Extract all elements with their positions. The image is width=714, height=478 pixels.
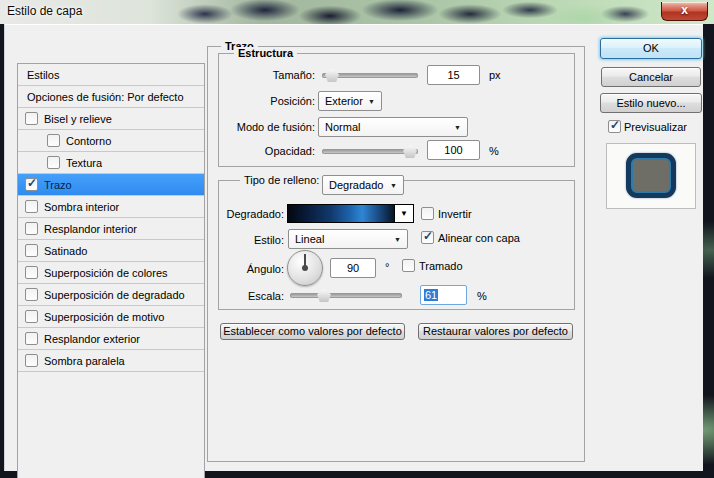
opacity-input[interactable]: 100 [427,140,480,160]
style-preview-box [606,143,696,209]
sidebar-item-resplandor-exterior[interactable]: Resplandor exterior [18,328,204,350]
checkbox[interactable] [25,112,38,125]
checkbox[interactable] [47,134,60,147]
cancel-button[interactable]: Cancelar [601,67,701,87]
chevron-down-icon: ▼ [368,98,381,105]
title-bar[interactable]: Estilo de capa [0,0,714,24]
sidebar-item-sombra-paralela[interactable]: Sombra paralela [18,350,204,372]
sidebar-item-satinado[interactable]: Satinado [18,240,204,262]
align-with-layer-label: Alinear con capa [438,232,520,244]
dither-checkbox[interactable] [402,259,415,272]
checkbox[interactable] [25,244,38,257]
sidebar-item-opciones-de-fusion[interactable]: Opciones de fusión: Por defecto [18,86,204,108]
sidebar-item-bisel-y-relieve[interactable]: Bisel y relieve [18,108,204,130]
preview-checkbox[interactable] [608,120,621,133]
checkbox-checked[interactable] [25,178,38,191]
sidebar-item-sombra-interior[interactable]: Sombra interior [18,196,204,218]
sidebar-item-textura[interactable]: Textura [18,152,204,174]
checkbox[interactable] [25,310,38,323]
close-button[interactable]: x [661,2,708,21]
checkbox[interactable] [25,222,38,235]
align-with-layer-checkbox[interactable] [421,231,434,244]
sidebar-item-superposicion-de-motivo[interactable]: Superposición de motivo [18,306,204,328]
checkbox[interactable] [25,354,38,367]
scale-input[interactable]: 61 [420,285,467,305]
scale-slider[interactable] [290,288,402,302]
sidebar-item-superposicion-de-colores[interactable]: Superposición de colores [18,262,204,284]
angle-label: Ángulo: [218,263,284,275]
size-label: Tamaño: [218,69,315,81]
gradient-style-select[interactable]: Lineal ▼ [288,229,408,249]
checkbox[interactable] [25,200,38,213]
size-slider[interactable] [322,68,418,82]
opacity-unit: % [489,145,499,157]
style-preview-thumbnail [626,153,676,198]
blend-mode-select[interactable]: Normal ▼ [318,117,468,137]
angle-dial[interactable] [287,250,323,286]
fill-type-select[interactable]: Degradado ▼ [322,175,404,195]
estructura-group-title: Estructura [234,47,297,59]
new-style-button[interactable]: Estilo nuevo... [600,93,702,113]
position-label: Posición: [218,95,315,107]
style-label: Estilo: [218,234,284,246]
chevron-down-icon: ▼ [454,124,467,131]
preview-checkbox-label: Previsualizar [624,121,687,133]
angle-unit: ° [385,261,389,273]
gradient-label: Degradado: [210,208,284,220]
scale-label: Escala: [218,290,284,302]
close-icon: x [662,2,707,19]
blend-mode-label: Modo de fusión: [218,121,315,133]
chevron-down-icon: ▼ [394,236,407,243]
scale-unit: % [477,290,487,302]
chevron-down-icon: ▼ [390,182,403,189]
dither-label: Tramado [419,260,463,272]
opacity-slider[interactable] [322,144,418,158]
sidebar-item-superposicion-de-degradado[interactable]: Superposición de degradado [18,284,204,306]
sidebar-item-contorno[interactable]: Contorno [18,130,204,152]
checkbox[interactable] [25,288,38,301]
ok-button[interactable]: OK [600,38,702,59]
invert-checkbox[interactable] [421,207,434,220]
slider-thumb[interactable] [317,289,331,302]
checkbox[interactable] [25,266,38,279]
chevron-down-icon[interactable]: ▼ [395,205,413,222]
layer-style-dialog: Estilo de capa x Estilos Opciones de fus… [0,0,714,478]
window-title: Estilo de capa [7,4,82,18]
reset-defaults-button[interactable]: Restaurar valores por defecto [418,323,573,340]
gradient-picker[interactable]: ▼ [287,204,414,223]
angle-input[interactable]: 90 [330,258,376,278]
invert-label: Invertir [438,208,472,220]
size-input[interactable]: 15 [427,65,480,85]
selected-text: 61 [424,289,438,301]
styles-list: Estilos Opciones de fusión: Por defecto … [17,63,205,478]
checkbox[interactable] [25,332,38,345]
angle-hub [302,265,308,271]
slider-track[interactable] [290,293,402,298]
slider-thumb[interactable] [403,145,417,158]
size-unit: px [489,69,501,81]
opacity-label: Opacidad: [218,145,315,157]
gradient-swatch[interactable] [288,205,395,222]
sidebar-item-trazo[interactable]: Trazo [18,174,204,196]
checkbox[interactable] [47,156,60,169]
sidebar-item-estilos[interactable]: Estilos [18,64,204,86]
sidebar-item-resplandor-interior[interactable]: Resplandor interior [18,218,204,240]
position-select[interactable]: Exterior ▼ [318,91,382,111]
slider-thumb[interactable] [325,69,339,82]
set-defaults-button[interactable]: Establecer como valores por defecto [220,323,405,340]
fill-type-label: Tipo de relleno: [240,174,323,186]
